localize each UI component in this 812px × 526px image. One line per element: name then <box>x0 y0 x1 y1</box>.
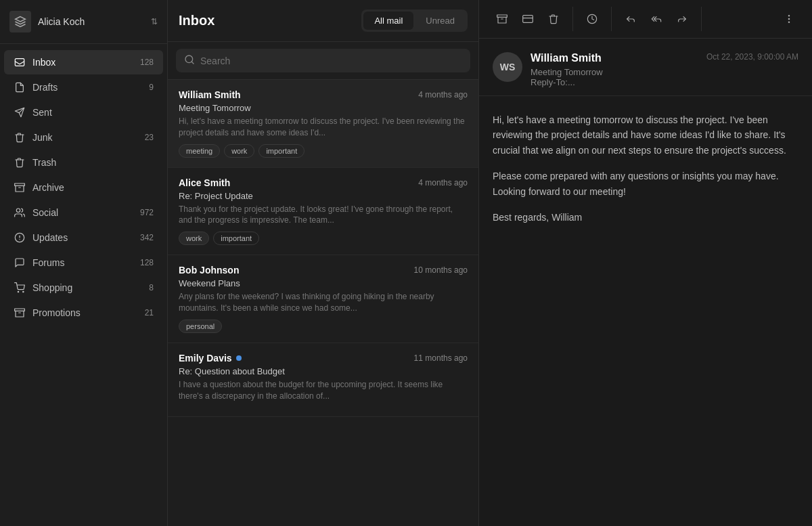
email-tags: personal <box>179 320 468 333</box>
reply-button[interactable] <box>618 7 643 31</box>
tag: work <box>179 232 209 245</box>
tab-group: All mail Unread <box>361 9 468 32</box>
email-pane: WS William Smith Meeting Tomorrow Reply-… <box>479 0 812 526</box>
email-body-paragraph: Best regards, William <box>493 210 798 225</box>
email-item-header: William Smith 4 months ago <box>179 89 468 100</box>
sidebar-item-label: Shopping <box>32 282 142 293</box>
tag: important <box>213 232 259 245</box>
reply-all-button[interactable] <box>644 7 669 31</box>
sidebar-item-archive[interactable]: Archive <box>4 175 163 200</box>
sidebar-item-badge: 23 <box>145 133 154 142</box>
email-subject: Re: Project Update <box>179 191 468 201</box>
draft-icon <box>14 81 26 93</box>
email-list-panel: Inbox All mail Unread William Smith 4 mo… <box>168 0 479 526</box>
sender-row: WS William Smith Meeting Tomorrow Reply-… <box>493 52 798 87</box>
sidebar-item-inbox[interactable]: Inbox 128 <box>4 50 163 74</box>
sidebar-item-drafts[interactable]: Drafts 9 <box>4 75 163 100</box>
email-item-header: Emily Davis 11 months ago <box>179 353 468 364</box>
email-item[interactable]: Emily Davis 11 months ago Re: Question a… <box>168 343 478 418</box>
email-subject: Re: Question about Budget <box>179 366 468 376</box>
sender-subject-detail: Meeting Tomorrow Reply-To:... <box>531 67 698 87</box>
archive-icon <box>14 181 26 194</box>
svg-rect-17 <box>523 16 533 23</box>
avatar <box>9 11 31 32</box>
unread-indicator <box>236 355 242 361</box>
junk-icon <box>14 131 26 144</box>
sidebar-item-badge: 8 <box>149 283 154 292</box>
sidebar-header[interactable]: Alicia Koch ⇅ <box>0 0 167 44</box>
email-preview: Hi, let's have a meeting tomorrow to dis… <box>179 116 468 139</box>
social-icon <box>14 206 26 219</box>
search-icon <box>184 54 195 67</box>
tag: personal <box>179 320 222 333</box>
sidebar-item-sent[interactable]: Sent <box>4 100 163 125</box>
inbox-title: Inbox <box>179 13 215 28</box>
sender-info: William Smith Meeting Tomorrow Reply-To:… <box>531 52 698 87</box>
toolbar-group-reply <box>618 7 702 31</box>
inbox-icon <box>14 56 26 68</box>
svg-point-9 <box>18 291 18 292</box>
move-to-junk-button[interactable] <box>516 7 540 31</box>
search-bar <box>168 42 478 80</box>
email-sender: Emily Davis <box>179 353 242 364</box>
sidebar-item-social[interactable]: Social 972 <box>4 200 163 225</box>
svg-rect-3 <box>15 183 25 185</box>
sidebar-item-trash[interactable]: Trash <box>4 150 163 175</box>
sender-name: William Smith <box>531 52 698 64</box>
sidebar-item-badge: 128 <box>140 258 154 267</box>
svg-point-5 <box>16 209 20 212</box>
sidebar: Alicia Koch ⇅ Inbox 128 Drafts 9 Sent <box>0 0 168 526</box>
email-item[interactable]: William Smith 4 months ago Meeting Tomor… <box>168 80 478 168</box>
sidebar-item-badge: 342 <box>140 233 154 242</box>
sidebar-item-forums[interactable]: Forums 128 <box>4 250 163 275</box>
email-sender: Alice Smith <box>179 177 230 188</box>
tag: important <box>258 144 304 158</box>
email-time: 11 months ago <box>414 353 468 363</box>
sidebar-item-badge: 21 <box>145 308 154 317</box>
email-subject: Weekend Plans <box>179 278 468 288</box>
svg-rect-11 <box>15 309 25 311</box>
tab-unread[interactable]: Unread <box>415 12 466 30</box>
promotions-icon <box>14 307 26 319</box>
tag: meeting <box>179 144 220 158</box>
sidebar-nav: Inbox 128 Drafts 9 Sent Junk 23 <box>0 44 167 526</box>
email-subject: Meeting Tomorrow <box>179 103 468 113</box>
email-item-header: Alice Smith 4 months ago <box>179 177 468 188</box>
email-item[interactable]: Alice Smith 4 months ago Re: Project Upd… <box>168 168 478 256</box>
tab-all-mail[interactable]: All mail <box>363 12 413 30</box>
sidebar-item-label: Sent <box>32 107 147 118</box>
sidebar-item-updates[interactable]: Updates 342 <box>4 225 163 250</box>
sidebar-item-label: Junk <box>32 132 138 143</box>
email-time: 4 months ago <box>418 90 468 100</box>
svg-point-21 <box>788 18 789 19</box>
search-input[interactable] <box>200 56 462 66</box>
sidebar-item-label: Drafts <box>32 82 142 93</box>
email-sender: Bob Johnson <box>179 265 239 276</box>
archive-button[interactable] <box>490 7 514 31</box>
toolbar-group-archive <box>490 7 573 31</box>
sidebar-item-label: Forums <box>32 257 133 268</box>
svg-point-20 <box>788 16 789 16</box>
svg-point-22 <box>788 22 789 22</box>
more-options-button[interactable] <box>777 7 801 31</box>
email-toolbar <box>479 0 812 39</box>
email-body-paragraph: Please come prepared with any questions … <box>493 169 798 199</box>
email-tags: meeting work important <box>179 144 468 158</box>
sidebar-item-junk[interactable]: Junk 23 <box>4 125 163 150</box>
svg-rect-15 <box>497 15 508 17</box>
svg-point-10 <box>23 291 24 292</box>
sidebar-item-promotions[interactable]: Promotions 21 <box>4 301 163 325</box>
email-preview: Thank you for the project update. It loo… <box>179 204 468 227</box>
email-time: 10 months ago <box>414 265 468 275</box>
svg-line-14 <box>191 62 194 64</box>
email-tags: work important <box>179 232 468 245</box>
updates-icon <box>14 232 26 244</box>
forward-button[interactable] <box>670 7 694 31</box>
email-item[interactable]: Bob Johnson 10 months ago Weekend Plans … <box>168 255 478 343</box>
shopping-icon <box>14 282 26 294</box>
sidebar-item-label: Inbox <box>32 57 133 68</box>
delete-button[interactable] <box>541 7 566 31</box>
snooze-button[interactable] <box>580 7 604 31</box>
sidebar-item-shopping[interactable]: Shopping 8 <box>4 276 163 300</box>
sidebar-item-badge: 128 <box>140 58 154 67</box>
